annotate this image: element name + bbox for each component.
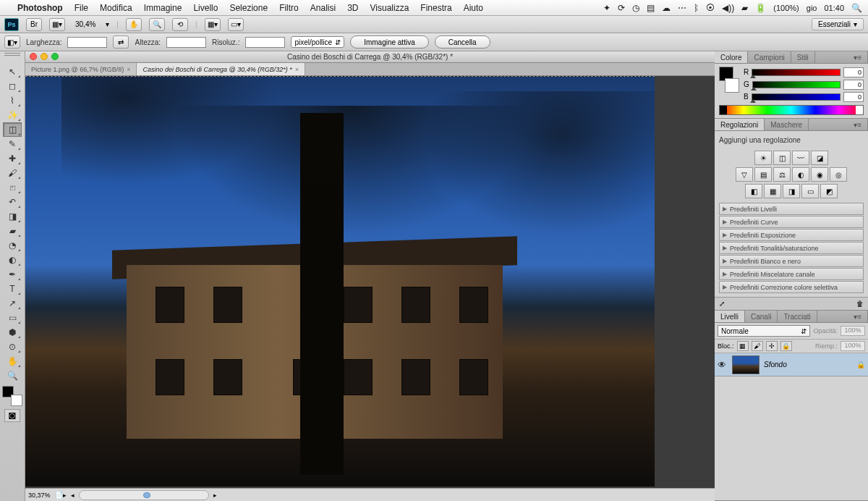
- zoom-tool-icon-tb[interactable]: 🔍: [3, 369, 22, 383]
- adj-posterize-icon[interactable]: ▦: [764, 184, 781, 198]
- opacity-value[interactable]: 100%: [841, 326, 865, 336]
- scripts-icon[interactable]: ✦: [603, 3, 610, 13]
- crop-preset-icon[interactable]: ◧▾: [4, 35, 20, 49]
- menu-visualizza[interactable]: Visualizza: [370, 3, 409, 13]
- blur-tool-icon[interactable]: ◔: [3, 238, 22, 253]
- workspace-picker[interactable]: Essenziali▾: [812, 18, 864, 30]
- altezza-input[interactable]: [166, 37, 206, 48]
- lock-all-icon[interactable]: 🔒: [780, 341, 792, 351]
- tab-regolazioni[interactable]: Regolazioni: [715, 119, 765, 130]
- adj-threshold-icon[interactable]: ◨: [783, 184, 800, 198]
- spotlight-icon[interactable]: 🔍: [851, 3, 862, 13]
- preset-bn[interactable]: ▶Predefiniti Bianco e nero: [719, 255, 864, 267]
- preset-tonalita[interactable]: ▶Predefiniti Tonalità/saturazione: [719, 242, 864, 254]
- preset-correzione-colore[interactable]: ▶Predefiniti Correzione colore selettiva: [719, 281, 864, 293]
- panel-menu-icon[interactable]: ▾≡: [848, 119, 868, 130]
- window-minimize-icon[interactable]: [41, 53, 48, 60]
- tab-canali[interactable]: Canali: [745, 311, 778, 322]
- sync-icon[interactable]: ⟳: [618, 3, 625, 13]
- view-extras-icon[interactable]: ▦▾: [49, 18, 65, 31]
- r-slider[interactable]: [752, 69, 841, 76]
- shape-tool-icon[interactable]: ▭: [3, 311, 22, 325]
- adj-trash-icon[interactable]: 🗑: [856, 300, 864, 308]
- menu-analisi[interactable]: Analisi: [310, 3, 336, 13]
- tab-picture-1[interactable]: Picture 1.png @ 66,7% (RGB/8)×: [25, 63, 137, 75]
- layer-thumbnail[interactable]: [732, 355, 760, 374]
- scroll-left-icon[interactable]: ◂: [71, 492, 75, 499]
- immagine-attiva-button[interactable]: Immagine attiva: [350, 35, 429, 49]
- window-close-icon[interactable]: [30, 53, 37, 60]
- display-icon[interactable]: ▤: [647, 3, 655, 13]
- risoluz-input[interactable]: [245, 37, 285, 48]
- rotate-view-icon[interactable]: ⟲: [172, 18, 188, 31]
- adj-photofilter-icon[interactable]: ◉: [811, 167, 828, 182]
- menu-aiuto[interactable]: Aiuto: [464, 3, 483, 13]
- g-slider[interactable]: [752, 81, 841, 88]
- adj-curves-icon[interactable]: 〰: [792, 151, 809, 165]
- menu-selezione[interactable]: Selezione: [229, 3, 268, 13]
- preset-miscelatore[interactable]: ▶Predefiniti Miscelatore canale: [719, 268, 864, 280]
- blend-mode-select[interactable]: Normale⇵: [718, 325, 810, 337]
- path-select-icon[interactable]: ↗: [3, 296, 22, 311]
- adj-levels-icon[interactable]: ◫: [773, 151, 791, 165]
- hand-tool-icon[interactable]: ✋: [126, 18, 142, 31]
- fg-bg-swatch[interactable]: [2, 386, 22, 406]
- lock-position-icon[interactable]: ✢: [766, 341, 778, 351]
- ps-logo-icon[interactable]: Ps: [4, 18, 19, 31]
- lock-transparency-icon[interactable]: ▦: [737, 341, 749, 351]
- stamp-tool-icon[interactable]: ⏍: [3, 180, 22, 195]
- menu-livello[interactable]: Livello: [193, 3, 218, 13]
- adj-selectivecolor-icon[interactable]: ◩: [820, 184, 838, 198]
- canvas-area[interactable]: [25, 76, 715, 487]
- r-value-input[interactable]: [843, 67, 864, 77]
- panel-menu-icon[interactable]: ▾≡: [848, 311, 868, 322]
- riemp-value[interactable]: 100%: [841, 341, 865, 351]
- adj-channelmixer-icon[interactable]: ◎: [830, 167, 847, 182]
- zoom-value[interactable]: 30,4%: [72, 20, 98, 28]
- screen-mode-icon[interactable]: ▭▾: [228, 18, 244, 31]
- brush-tool-icon[interactable]: 🖌: [3, 166, 22, 180]
- document-titlebar[interactable]: Casino dei Boschi di Carrega @ 30,4% (RG…: [25, 51, 715, 63]
- adj-invert-icon[interactable]: ◧: [745, 184, 762, 198]
- adj-brightness-icon[interactable]: ☀: [754, 151, 772, 165]
- battery-icon[interactable]: 🔋: [755, 3, 766, 13]
- app-menu[interactable]: Photoshop: [17, 3, 63, 13]
- doc-info-icon[interactable]: 📄▸: [55, 492, 67, 499]
- clock-icon[interactable]: ◷: [632, 3, 639, 13]
- units-select[interactable]: pixel/pollice⇵: [291, 36, 344, 48]
- swap-dims-icon[interactable]: ⇄: [113, 35, 129, 49]
- healing-tool-icon[interactable]: ✚: [3, 151, 22, 166]
- scroll-right-icon[interactable]: ▸: [213, 492, 217, 499]
- crop-tool-icon[interactable]: ◫: [3, 122, 22, 137]
- layer-name[interactable]: Sfondo: [764, 361, 852, 369]
- layers-empty-area[interactable]: [715, 376, 868, 500]
- menu-file[interactable]: File: [75, 3, 88, 13]
- layer-lock-icon[interactable]: 🔒: [856, 361, 865, 369]
- eraser-tool-icon[interactable]: ◨: [3, 209, 22, 224]
- cloud-icon[interactable]: ☁: [662, 3, 671, 13]
- quickmask-icon[interactable]: ◙: [4, 409, 20, 422]
- zoom-status[interactable]: 30,37%: [28, 492, 51, 499]
- move-tool-icon[interactable]: ↖: [3, 64, 22, 79]
- tab-livelli[interactable]: Livelli: [715, 311, 745, 322]
- menu-3d[interactable]: 3D: [347, 3, 358, 13]
- clock-day[interactable]: gio: [807, 4, 817, 12]
- b-slider[interactable]: [752, 93, 841, 101]
- tab-casino[interactable]: Casino dei Boschi di Carrega @ 30,4% (RG…: [137, 63, 305, 75]
- wand-tool-icon[interactable]: ✨: [3, 108, 22, 122]
- layer-visibility-icon[interactable]: 👁: [718, 360, 728, 370]
- pen-tool-icon[interactable]: ✒: [3, 267, 22, 282]
- flag-icon[interactable]: ▰: [741, 3, 748, 13]
- lock-pixels-icon[interactable]: 🖌: [752, 341, 763, 351]
- window-maximize-icon[interactable]: [51, 53, 59, 60]
- g-value-input[interactable]: [843, 80, 864, 90]
- close-icon[interactable]: ×: [295, 66, 299, 73]
- adj-expand-icon[interactable]: ⤢: [719, 300, 725, 308]
- tab-tracciati[interactable]: Tracciati: [778, 311, 817, 322]
- lasso-tool-icon[interactable]: ⌇: [3, 93, 22, 108]
- eyedropper-tool-icon[interactable]: ✎: [3, 137, 22, 151]
- adj-bw-icon[interactable]: ◐: [792, 167, 809, 182]
- menu-finestra[interactable]: Finestra: [420, 3, 451, 13]
- cancella-button[interactable]: Cancella: [435, 35, 490, 49]
- marquee-tool-icon[interactable]: ◻: [3, 79, 22, 93]
